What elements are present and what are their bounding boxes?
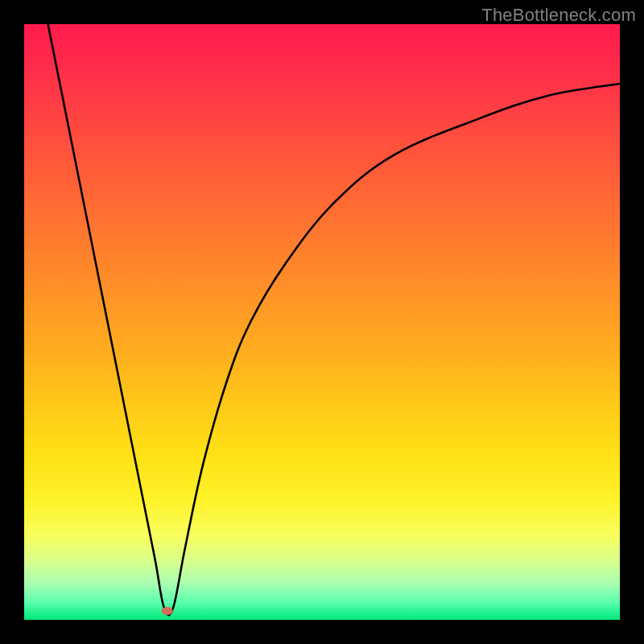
watermark-text: TheBottleneck.com <box>481 5 636 26</box>
curve-svg <box>24 24 620 620</box>
min-point-marker <box>162 607 173 615</box>
plot-area <box>24 24 620 620</box>
chart-frame: TheBottleneck.com <box>0 0 644 644</box>
bottleneck-curve <box>48 24 620 615</box>
